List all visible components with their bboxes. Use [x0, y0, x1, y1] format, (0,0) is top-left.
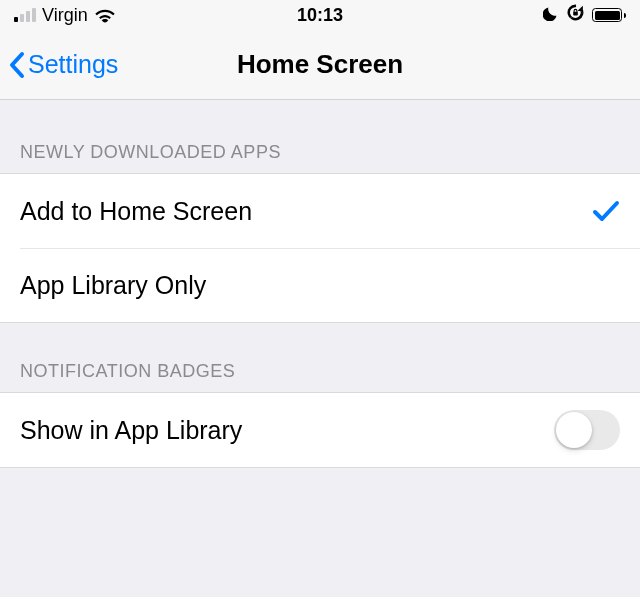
page-title: Home Screen [237, 49, 403, 80]
new-apps-group: Add to Home Screen App Library Only [0, 173, 640, 323]
option-add-to-home-screen[interactable]: Add to Home Screen [0, 174, 640, 248]
section-header-badges: NOTIFICATION BADGES [0, 323, 640, 392]
nav-bar: Settings Home Screen [0, 30, 640, 100]
orientation-lock-icon [567, 4, 584, 26]
cellular-signal-icon [14, 8, 36, 22]
status-bar: Virgin 10:13 [0, 0, 640, 30]
svg-rect-0 [573, 12, 578, 16]
battery-icon [592, 8, 626, 22]
toggle-knob [556, 412, 592, 448]
row-show-in-app-library[interactable]: Show in App Library [0, 393, 640, 467]
status-right [543, 4, 626, 26]
status-left: Virgin [14, 5, 116, 26]
back-button[interactable]: Settings [8, 50, 118, 79]
section-header-new-apps: NEWLY DOWNLOADED APPS [0, 100, 640, 173]
back-label: Settings [28, 50, 118, 79]
option-label: Add to Home Screen [20, 197, 592, 226]
option-app-library-only[interactable]: App Library Only [20, 248, 640, 322]
option-label: App Library Only [20, 271, 620, 300]
moon-icon [543, 5, 559, 26]
badges-group: Show in App Library [0, 392, 640, 468]
toggle-show-in-app-library[interactable] [554, 410, 620, 450]
chevron-left-icon [8, 51, 26, 79]
wifi-icon [94, 7, 116, 23]
carrier-label: Virgin [42, 5, 88, 26]
row-label: Show in App Library [20, 416, 554, 445]
status-time: 10:13 [297, 5, 343, 26]
checkmark-icon [592, 199, 620, 223]
